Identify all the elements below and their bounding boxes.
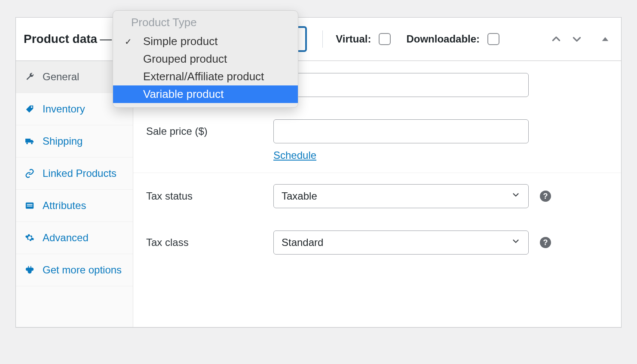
tax-class-label: Tax class xyxy=(146,237,273,249)
metabox-header: Product data — Virtual: Downloadable: xyxy=(16,18,621,61)
chevron-down-icon xyxy=(511,190,521,202)
tab-label: Advanced xyxy=(43,231,124,244)
tax-class-select[interactable]: Standard xyxy=(273,231,529,255)
tax-status-label: Tax status xyxy=(146,190,273,202)
tax-status-row: Tax status Taxable ? xyxy=(133,173,621,219)
tab-label: Attributes xyxy=(43,199,124,212)
virtual-toggle[interactable]: Virtual: xyxy=(336,33,391,45)
plug-icon xyxy=(24,265,35,275)
dropdown-option-label: Grouped product xyxy=(143,52,227,66)
dropdown-group-label: Product Type xyxy=(113,11,298,33)
gear-icon xyxy=(24,233,35,243)
tax-status-value: Taxable xyxy=(282,190,317,202)
help-icon[interactable]: ? xyxy=(540,191,551,202)
schedule-link[interactable]: Schedule xyxy=(273,149,316,161)
downloadable-label: Downloadable: xyxy=(406,33,480,45)
tax-status-select[interactable]: Taxable xyxy=(273,184,529,208)
dropdown-option-grouped[interactable]: Grouped product xyxy=(113,50,298,68)
collapse-icon[interactable] xyxy=(600,34,610,44)
link-icon xyxy=(24,169,35,178)
svg-rect-1 xyxy=(27,204,33,205)
tab-label: General xyxy=(43,70,124,83)
tab-shipping[interactable]: Shipping xyxy=(16,125,133,158)
dropdown-option-variable[interactable]: Variable product xyxy=(113,85,298,103)
check-icon: ✓ xyxy=(113,36,143,47)
sale-price-label: Sale price ($) xyxy=(146,119,273,137)
dropdown-option-label: Variable product xyxy=(143,88,224,101)
tab-label: Inventory xyxy=(43,103,124,115)
tab-get-more-options[interactable]: Get more options xyxy=(16,254,133,286)
move-down-icon[interactable] xyxy=(571,33,582,45)
tab-attributes[interactable]: Attributes xyxy=(16,190,133,222)
svg-rect-2 xyxy=(27,206,33,206)
sale-price-input[interactable] xyxy=(273,119,529,143)
product-data-metabox: Product data — Virtual: Downloadable: xyxy=(15,17,622,328)
dropdown-option-simple[interactable]: ✓ Simple product xyxy=(113,33,298,50)
dropdown-option-label: External/Affiliate product xyxy=(143,70,264,83)
help-icon[interactable]: ? xyxy=(540,237,551,248)
sale-price-row: Sale price ($) Schedule xyxy=(133,108,621,173)
tax-class-row: Tax class Standard ? xyxy=(133,219,621,266)
tag-icon xyxy=(24,104,35,114)
truck-icon xyxy=(24,136,35,146)
regular-price-input[interactable] xyxy=(273,73,529,97)
title-dash: — xyxy=(97,32,114,46)
tab-label: Shipping xyxy=(43,135,124,148)
header-divider xyxy=(322,30,323,48)
tab-advanced[interactable]: Advanced xyxy=(16,222,133,254)
virtual-label: Virtual: xyxy=(336,33,371,45)
dropdown-option-external[interactable]: External/Affiliate product xyxy=(113,68,298,85)
metabox-actions xyxy=(551,33,610,45)
tab-label: Get more options xyxy=(43,264,124,276)
tab-label: Linked Products xyxy=(43,167,124,180)
downloadable-checkbox[interactable] xyxy=(487,33,499,45)
metabox-title: Product data xyxy=(24,32,97,46)
tax-class-value: Standard xyxy=(282,237,323,249)
downloadable-toggle[interactable]: Downloadable: xyxy=(406,33,499,45)
virtual-checkbox[interactable] xyxy=(379,33,391,45)
list-icon xyxy=(24,201,35,210)
tab-linked-products[interactable]: Linked Products xyxy=(16,158,133,190)
wrench-icon xyxy=(24,72,35,82)
move-up-icon[interactable] xyxy=(551,33,562,45)
dropdown-option-label: Simple product xyxy=(143,35,217,48)
chevron-down-icon xyxy=(511,237,521,249)
product-type-dropdown[interactable]: Product Type ✓ Simple product Grouped pr… xyxy=(113,10,298,108)
